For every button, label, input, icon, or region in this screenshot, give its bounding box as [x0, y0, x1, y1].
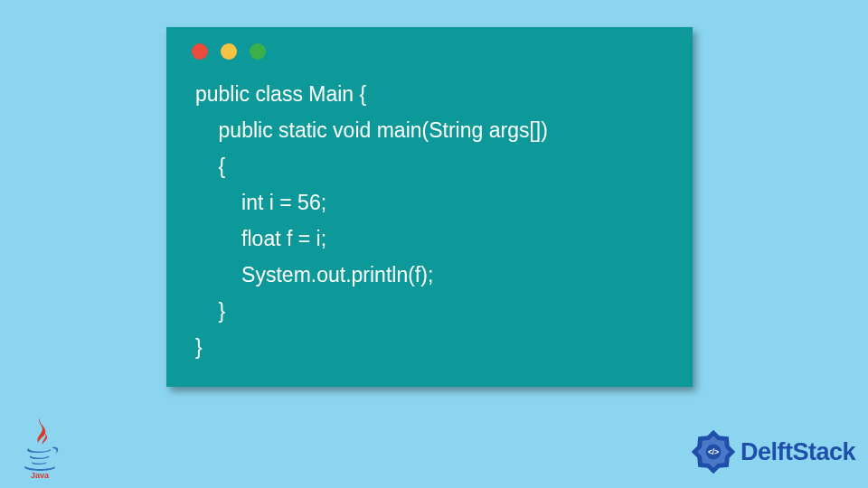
- code-line: public class Main {: [195, 82, 366, 106]
- code-line: }: [195, 299, 225, 323]
- minimize-icon: [221, 43, 237, 60]
- delftstack-emblem-icon: </>: [688, 427, 739, 477]
- code-line: System.out.println(f);: [195, 263, 433, 286]
- maximize-icon: [250, 43, 266, 60]
- delftstack-brand-text: DelftStack: [741, 438, 855, 466]
- code-line: {: [195, 155, 225, 178]
- code-block: public class Main { public static void m…: [195, 76, 548, 365]
- code-line: public static void main(String args[]): [195, 118, 548, 142]
- java-logo-icon: Java: [16, 416, 63, 479]
- code-line: float f = i;: [195, 227, 326, 250]
- code-line: int i = 56;: [195, 191, 326, 214]
- java-label: Java: [31, 471, 50, 479]
- close-icon: [192, 43, 208, 60]
- window-traffic-lights: [192, 43, 266, 60]
- svg-text:</>: </>: [708, 447, 719, 456]
- delftstack-logo: </> DelftStack: [688, 427, 855, 477]
- code-window: public class Main { public static void m…: [166, 27, 693, 387]
- code-line: }: [195, 335, 203, 359]
